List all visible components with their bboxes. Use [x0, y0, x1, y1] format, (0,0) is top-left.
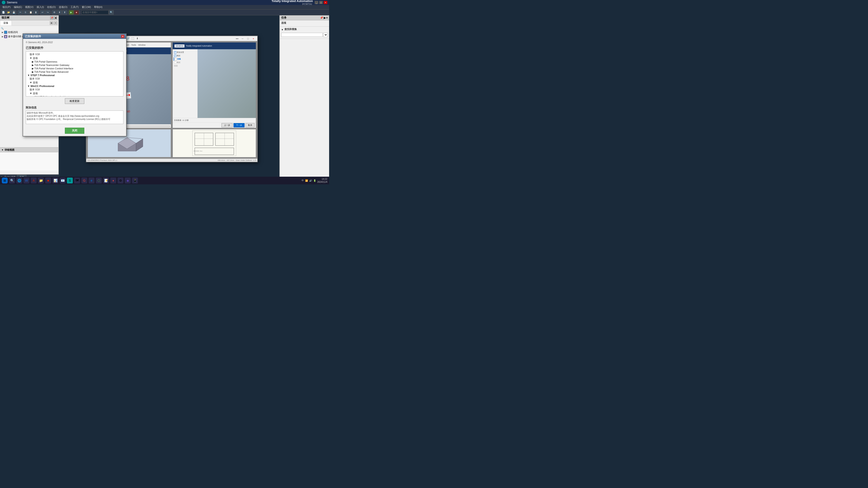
search-dropdown[interactable]	[323, 33, 328, 37]
taskbar-acrobat[interactable]: A	[31, 177, 37, 184]
taskbar-chrome[interactable]: G	[81, 177, 87, 184]
toolbar-download[interactable]: ⬇	[57, 10, 62, 15]
check-updates-button[interactable]: 检查更新	[65, 98, 84, 104]
toolbar-sep-5	[80, 10, 80, 14]
toolbar-open[interactable]: 📂	[6, 10, 11, 15]
toolbar-compile[interactable]: ⚙	[52, 10, 57, 15]
taskbar-app5[interactable]: 📱	[132, 177, 138, 184]
toolbar-redo[interactable]: ↪	[45, 10, 50, 15]
pdf-maximize[interactable]: □	[246, 37, 250, 40]
toolbar-paste[interactable]: 📋	[28, 10, 33, 15]
sw-step7-options[interactable]: ▼ 选项	[27, 80, 122, 85]
taskbar-ie2[interactable]: e	[89, 177, 94, 184]
maximize-button[interactable]: □	[319, 1, 323, 4]
tab-icon-add[interactable]: +	[54, 21, 57, 25]
pdf-close[interactable]: ×	[251, 37, 255, 40]
pdf-fullscreen[interactable]: ⛶	[131, 37, 135, 40]
toolbar-copy[interactable]: ⎘	[23, 10, 28, 15]
taskbar-app3[interactable]: 📧	[60, 177, 66, 184]
installed-software-dialog[interactable]: 已安装的软件 × © Siemens AG, 2016-2022 已安装的软件 …	[23, 33, 127, 136]
window-controls[interactable]: _ □ ×	[315, 1, 327, 4]
taskbar-lang: 中	[302, 179, 304, 182]
svg-marker-4	[136, 139, 143, 151]
task-pin[interactable]: 📌	[320, 16, 323, 20]
taskbar-word[interactable]: W	[24, 177, 29, 184]
software-tree[interactable]: 版本 V18 ▼ 选项 ▶ TIA Portal Openness ▶ TIA …	[26, 51, 123, 96]
task-panel-controls[interactable]: 📌 ▶ ×	[320, 16, 328, 20]
taskbar-notes[interactable]: 📝	[103, 177, 109, 184]
toolbar-upload[interactable]: ⬆	[62, 10, 67, 15]
sw-tia-vci[interactable]: ▶ TIA Portal Version Control Interface	[27, 67, 122, 70]
btn-cancel[interactable]: 取消	[246, 123, 254, 127]
panel-collapse[interactable]: ◀	[54, 16, 57, 20]
toolbar-cut[interactable]: ✂	[18, 10, 23, 15]
tia-body-right: ✓ 更改设置 ✓ 概述 安装 概述	[173, 49, 256, 118]
panel-pin[interactable]: 📌	[50, 16, 53, 20]
close-dialog-button[interactable]: 关闭	[65, 128, 84, 134]
taskbar-green[interactable]: ⬡	[96, 177, 102, 184]
panel-controls[interactable]: 📌 ◀	[50, 16, 57, 20]
tia-check-2[interactable]: ✓ 概述	[174, 54, 196, 57]
sw-options-1[interactable]: ▼ 选项	[27, 56, 122, 60]
toolbar-sep-2	[39, 10, 39, 14]
toolbar-undo[interactable]: ↩	[40, 10, 45, 15]
taskbar-search-btn[interactable]: 🔍	[9, 177, 15, 184]
menu-insert[interactable]: 插入(I)	[35, 5, 45, 9]
sw-tia-openness[interactable]: ▶ TIA Portal Openness	[27, 60, 122, 64]
btn-back[interactable]: 上一步	[221, 123, 232, 127]
pdf-link[interactable]: 🔗	[126, 37, 130, 40]
tia-header-text-right: Totally Integrated Automation	[186, 45, 212, 47]
pdf-minimize[interactable]: ─	[241, 37, 245, 40]
toolbar-search-btn[interactable]: 🔍	[109, 10, 114, 15]
sw-wincc-options[interactable]: ▼ 选项	[27, 92, 122, 95]
taskbar-browser-ie[interactable]: 🌐	[16, 177, 22, 184]
menu-edit[interactable]: 编辑(E)	[12, 5, 24, 9]
sw-menu-tools[interactable]: Tools	[130, 43, 137, 46]
menu-options[interactable]: 选项(O)	[57, 5, 69, 9]
sw-simatic-viz[interactable]: ▶ SIMATIC Visualization Architect	[27, 95, 122, 96]
tia-check-1[interactable]: ✓ 更改设置	[174, 51, 196, 54]
taskbar-red[interactable]: ♦	[110, 177, 116, 184]
sw-step7[interactable]: ▼ STEP 7 Professional	[27, 74, 122, 77]
sw-tia-test[interactable]: ▶ TIA Portal Test Suite Advanced	[27, 70, 122, 74]
menu-window[interactable]: 窗口(W)	[81, 5, 92, 9]
pdf-download[interactable]: ⬇	[135, 37, 139, 40]
toolbar-delete[interactable]: 🗑	[33, 10, 38, 15]
taskbar-start[interactable]: ⊞	[2, 177, 8, 184]
taskbar-app4[interactable]: ◈	[125, 177, 131, 184]
taskbar-siemens[interactable]: S	[67, 177, 73, 184]
search-field[interactable]	[281, 33, 323, 37]
menu-help[interactable]: 帮助(H)	[93, 5, 104, 9]
dialog-title[interactable]: 已安装的软件 ×	[23, 34, 126, 39]
taskbar-explorer[interactable]: 📁	[38, 177, 44, 184]
search-input[interactable]	[81, 10, 108, 14]
sw-wincc[interactable]: ▼ WinCC Professional	[27, 85, 122, 88]
sw-tia-teamcenter[interactable]: ▶ TIA Portal Teamcenter Gateway	[27, 64, 122, 67]
toolbar-new[interactable]: 📄	[1, 10, 6, 15]
tab-devices[interactable]: 设备	[0, 20, 12, 26]
sw-menu-window[interactable]: Window	[137, 43, 147, 46]
tia-check-3[interactable]: 安装	[174, 57, 196, 61]
dialog-footer: 关闭	[23, 126, 126, 136]
task-expand[interactable]: ▶	[324, 16, 326, 20]
task-panel: 任务 📌 ▶ × 选项 ▼ 查找和替换	[279, 15, 329, 180]
task-close[interactable]: ×	[326, 16, 328, 20]
toolbar-online[interactable]: ▶	[69, 10, 74, 15]
btn-next[interactable]: 下一步	[234, 123, 245, 127]
toolbar-save[interactable]: 💾	[11, 10, 16, 15]
menu-online[interactable]: 在线(O)	[46, 5, 57, 9]
tab-icon-grid[interactable]: ⊞	[50, 21, 53, 25]
close-button[interactable]: ×	[324, 1, 327, 4]
pdf-more[interactable]: •••	[235, 37, 239, 40]
menu-project[interactable]: 项目(P)	[1, 5, 12, 9]
taskbar-gear[interactable]: ⚙	[118, 177, 123, 184]
dialog-close-x[interactable]: ×	[121, 35, 124, 38]
menu-view[interactable]: 视图(V)	[24, 5, 35, 9]
taskbar-app1[interactable]: ■	[45, 177, 51, 184]
taskbar-app2[interactable]: 📊	[53, 177, 58, 184]
toolbar-offline[interactable]: ■	[74, 10, 79, 15]
minimize-button[interactable]: _	[315, 1, 318, 4]
menu-tools[interactable]: 工具(T)	[69, 5, 80, 9]
tab-icons: ⊞ +	[50, 21, 58, 25]
taskbar-maps[interactable]: 🗺	[74, 177, 80, 184]
